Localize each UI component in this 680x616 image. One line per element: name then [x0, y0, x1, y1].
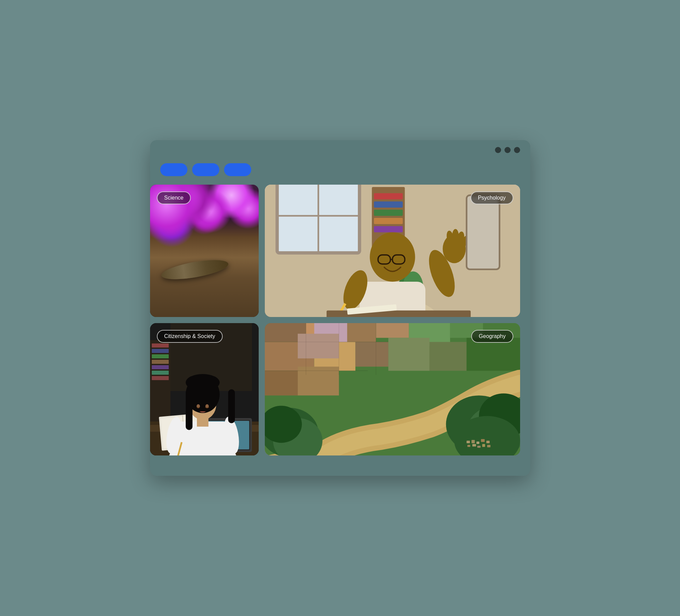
svg-rect-28 [466, 195, 499, 269]
citizenship-card-image [150, 323, 259, 455]
svg-rect-34 [152, 349, 169, 353]
window-dot-1 [495, 147, 501, 153]
science-card[interactable]: Science [150, 185, 259, 317]
browser-window: Science [150, 140, 530, 476]
science-card-image [150, 185, 259, 317]
psychology-card-label: Psychology [471, 191, 513, 204]
svg-rect-33 [152, 343, 169, 348]
toolbar-button-1[interactable] [160, 163, 187, 176]
svg-rect-92 [471, 440, 475, 443]
svg-rect-94 [481, 439, 484, 442]
geography-svg [265, 323, 520, 455]
psychology-card[interactable]: Psychology [265, 185, 520, 317]
toolbar-button-3[interactable] [224, 163, 251, 176]
svg-rect-38 [152, 371, 169, 375]
svg-rect-61 [228, 389, 235, 423]
svg-rect-97 [472, 444, 476, 446]
svg-rect-6 [374, 193, 403, 199]
svg-rect-10 [374, 226, 403, 232]
window-dot-3 [514, 147, 520, 153]
browser-titlebar [150, 140, 530, 160]
svg-rect-82 [265, 371, 298, 395]
svg-rect-7 [374, 201, 403, 207]
svg-rect-95 [486, 441, 490, 443]
citizenship-card-label: Citizenship & Society [157, 330, 223, 343]
svg-rect-96 [467, 445, 470, 447]
toolbar-button-2[interactable] [192, 163, 219, 176]
svg-rect-100 [487, 445, 490, 447]
toolbar [150, 160, 520, 185]
window-dot-2 [504, 147, 511, 153]
svg-rect-39 [152, 376, 169, 380]
svg-rect-9 [374, 218, 403, 224]
svg-rect-99 [482, 444, 485, 447]
svg-rect-37 [152, 365, 169, 369]
science-card-label: Science [157, 191, 191, 204]
svg-rect-58 [197, 413, 208, 427]
svg-rect-8 [374, 210, 403, 216]
svg-rect-70 [376, 323, 409, 338]
svg-rect-76 [355, 342, 388, 367]
browser-content: Science [150, 160, 530, 462]
psychology-svg [265, 185, 520, 317]
svg-point-62 [186, 374, 220, 391]
svg-rect-78 [429, 342, 466, 371]
geography-card[interactable]: Geography [265, 323, 520, 455]
svg-rect-98 [477, 446, 480, 448]
geography-card-label: Geography [471, 330, 513, 343]
svg-rect-35 [152, 354, 169, 358]
svg-rect-60 [186, 389, 192, 430]
svg-rect-81 [298, 334, 339, 358]
psychology-card-image [265, 185, 520, 317]
svg-rect-36 [152, 360, 169, 364]
citizenship-card[interactable]: Citizenship & Society [150, 323, 259, 455]
svg-rect-77 [388, 338, 429, 371]
geography-card-image [265, 323, 520, 455]
svg-rect-93 [476, 442, 479, 444]
cards-grid: Science [150, 185, 520, 455]
svg-rect-91 [466, 441, 470, 443]
citizenship-svg [150, 323, 259, 455]
window-controls [495, 147, 520, 153]
